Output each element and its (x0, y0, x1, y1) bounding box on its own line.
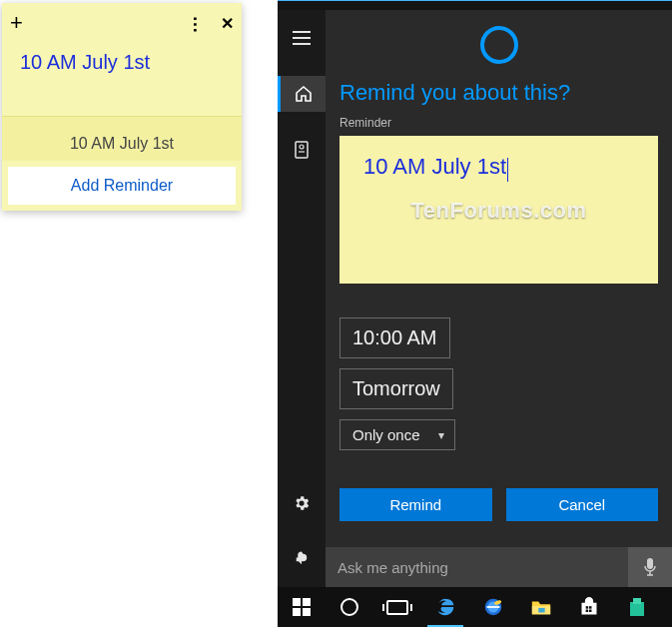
search-bar (326, 547, 672, 587)
cortana-panel: Remind you about this? Reminder 10 AM Ju… (278, 0, 672, 627)
home-icon[interactable] (278, 76, 326, 112)
svg-rect-3 (296, 142, 308, 158)
sticky-toolbar: + … ✕ (2, 3, 242, 43)
taskbar (278, 587, 672, 627)
svg-rect-17 (589, 610, 592, 613)
settings-icon[interactable] (278, 485, 326, 521)
windows-icon (293, 598, 311, 616)
notebook-icon[interactable] (278, 132, 326, 168)
svg-rect-13 (582, 604, 595, 614)
cortana-titlebar (278, 0, 672, 10)
detected-time-label: 10 AM July 1st (2, 116, 242, 161)
close-icon[interactable]: ✕ (221, 14, 234, 33)
sticky-note: + … ✕ 10 AM July 1st 10 AM July 1st Add … (2, 3, 242, 211)
add-reminder-button[interactable]: Add Reminder (8, 167, 236, 205)
menu-icon[interactable]: … (189, 15, 210, 31)
svg-rect-18 (630, 602, 644, 616)
svg-point-6 (482, 28, 516, 62)
cortana-nav-rail (278, 10, 326, 587)
start-button[interactable] (278, 587, 326, 627)
task-view-icon[interactable] (373, 587, 421, 627)
svg-point-4 (300, 145, 304, 149)
cortana-prompt-title: Remind you about this? (339, 80, 658, 106)
svg-rect-15 (589, 606, 592, 609)
watermark-text: TenForums.com (339, 198, 658, 224)
reminder-note-card[interactable]: 10 AM July 1st TenForums.com (339, 136, 658, 284)
hamburger-icon[interactable] (278, 20, 326, 56)
edge-icon[interactable] (421, 587, 469, 627)
app-icon[interactable] (613, 587, 661, 627)
sticky-note-body[interactable]: 10 AM July 1st (2, 43, 242, 114)
svg-rect-7 (647, 558, 653, 569)
mic-icon[interactable] (628, 547, 672, 587)
cancel-button[interactable]: Cancel (506, 488, 659, 521)
chevron-down-icon: ▾ (438, 428, 444, 442)
cortana-taskbar-icon[interactable] (326, 587, 373, 627)
add-note-button[interactable]: + (10, 10, 23, 36)
file-explorer-icon[interactable] (517, 587, 565, 627)
svg-rect-12 (538, 608, 544, 613)
reminder-label: Reminder (339, 116, 658, 130)
svg-rect-14 (586, 606, 589, 609)
feedback-icon[interactable] (278, 541, 326, 577)
cortana-main: Remind you about this? Reminder 10 AM Ju… (326, 10, 672, 587)
svg-rect-19 (633, 598, 641, 604)
repeat-dropdown[interactable]: Only once ▾ (339, 419, 455, 450)
repeat-value: Only once (352, 426, 420, 443)
day-picker[interactable]: Tomorrow (339, 368, 453, 409)
remind-button[interactable]: Remind (339, 488, 492, 521)
svg-rect-16 (586, 610, 589, 613)
reminder-note-text: 10 AM July 1st (363, 154, 506, 179)
internet-explorer-icon[interactable] (469, 587, 517, 627)
time-picker[interactable]: 10:00 AM (339, 317, 450, 358)
store-icon[interactable] (565, 587, 613, 627)
search-input[interactable] (326, 559, 628, 576)
cortana-logo-icon (478, 24, 520, 66)
